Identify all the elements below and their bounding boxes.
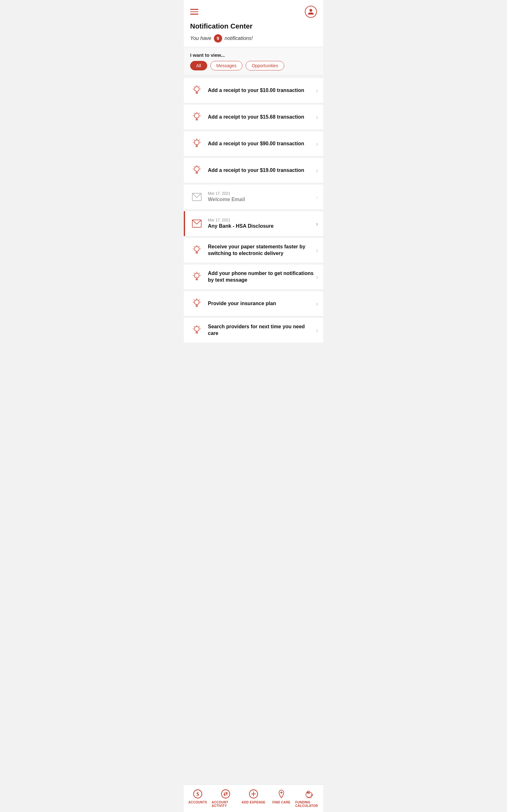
svg-point-0 (194, 87, 199, 91)
menu-button[interactable] (190, 9, 199, 14)
nav-label-find-care: FIND CARE (272, 801, 290, 804)
notification-content: Provide your insurance plan (208, 300, 314, 307)
svg-line-25 (199, 140, 200, 140)
svg-point-56 (194, 300, 199, 305)
chevron-right-icon: › (316, 167, 318, 174)
notification-content: Add a receipt to your $10.00 transaction (208, 87, 314, 94)
notification-text: Welcome Email (208, 196, 314, 203)
nav-label-account-activity: ACCOUNT ACTIVITY (212, 801, 239, 808)
notification-list: Add a receipt to your $10.00 transaction… (184, 75, 323, 784)
bulb-icon (190, 164, 204, 177)
svg-point-47 (194, 273, 199, 278)
find-care-icon (276, 789, 287, 799)
svg-line-86 (307, 797, 307, 798)
svg-line-89 (311, 797, 311, 798)
svg-line-24 (194, 140, 194, 140)
notification-item[interactable]: Add your phone number to get notificatio… (184, 264, 323, 289)
envelope-icon (190, 190, 204, 204)
svg-line-16 (199, 113, 200, 113)
svg-line-71 (194, 326, 194, 327)
notification-text: Provide your insurance plan (208, 300, 314, 307)
notification-item[interactable]: Search providers for next time you need … (184, 318, 323, 343)
nav-item-find-care[interactable]: FIND CARE (268, 787, 295, 809)
notification-content: Add a receipt to your $90.00 transaction (208, 141, 314, 147)
svg-line-45 (199, 246, 200, 247)
filter-label: I want to view... (190, 52, 317, 58)
piggy-icon: $ (304, 789, 315, 799)
summary-suffix: notifications! (225, 36, 253, 41)
chevron-right-icon: › (316, 87, 318, 94)
svg-line-44 (194, 246, 194, 247)
svg-line-33 (194, 166, 194, 167)
bulb-icon (190, 110, 204, 124)
notification-content: Mar 17, 2021 Welcome Email (208, 191, 314, 203)
svg-line-53 (194, 273, 194, 273)
bulb-icon (190, 137, 204, 150)
notification-content: Add a receipt to your $15.68 transaction (208, 114, 314, 120)
chevron-right-icon: › (316, 247, 318, 254)
chevron-right-icon: › (316, 113, 318, 121)
nav-item-account-activity[interactable]: ACCOUNT ACTIVITY (212, 787, 239, 809)
notification-text: Add a receipt to your $90.00 transaction (208, 141, 314, 147)
app-header (184, 0, 323, 21)
bulb-icon (190, 84, 204, 97)
envelope-icon (190, 217, 204, 230)
notification-text: Add a receipt to your $15.68 transaction (208, 114, 314, 120)
svg-line-6 (194, 86, 194, 87)
notification-item[interactable]: Provide your insurance plan › (184, 291, 323, 316)
filter-pill-messages[interactable]: Messages (210, 61, 243, 70)
notification-item[interactable]: Mar 17, 2021 Any Bank - HSA Disclosure › (184, 211, 323, 236)
notification-item[interactable]: Receive your paper statements faster by … (184, 238, 323, 263)
nav-label-accounts: ACCOUNTS (188, 801, 207, 804)
notification-text: Receive your paper statements faster by … (208, 244, 314, 257)
nav-label-add-expense: ADD EXPENSE (242, 801, 266, 804)
svg-point-65 (194, 326, 199, 331)
svg-line-63 (199, 299, 200, 300)
chevron-right-icon: › (316, 194, 318, 201)
notification-item[interactable]: Add a receipt to your $19.00 transaction… (184, 158, 323, 183)
filter-pill-all[interactable]: All (190, 61, 207, 70)
svg-text:$: $ (308, 792, 309, 794)
chevron-right-icon: › (316, 220, 318, 227)
filter-pills: All Messages Opportunities (190, 61, 317, 70)
notification-item[interactable]: Mar 17, 2021 Welcome Email › (184, 185, 323, 209)
svg-text:$: $ (196, 791, 199, 797)
bulb-icon (190, 270, 204, 284)
notification-content: Add a receipt to your $19.00 transaction (208, 167, 314, 174)
notification-text: Add a receipt to your $19.00 transaction (208, 167, 314, 174)
filter-section: I want to view... All Messages Opportuni… (184, 47, 323, 75)
page-title: Notification Center (184, 21, 323, 32)
nav-item-add-expense[interactable]: ADD EXPENSE (239, 787, 268, 809)
svg-line-15 (194, 113, 194, 113)
notification-text: Any Bank - HSA Disclosure (208, 223, 314, 230)
chevron-right-icon: › (316, 300, 318, 307)
svg-line-62 (194, 299, 194, 300)
bulb-icon (190, 297, 204, 310)
notification-content: Receive your paper statements faster by … (208, 244, 314, 257)
notification-content: Search providers for next time you need … (208, 323, 314, 337)
svg-line-7 (199, 86, 200, 87)
notification-text: Add your phone number to get notificatio… (208, 270, 314, 284)
svg-point-38 (194, 247, 199, 251)
svg-point-85 (309, 794, 310, 794)
notification-content: Mar 17, 2021 Any Bank - HSA Disclosure (208, 218, 314, 230)
chevron-right-icon: › (316, 327, 318, 334)
notification-date: Mar 17, 2021 (208, 218, 314, 222)
notification-item[interactable]: Add a receipt to your $15.68 transaction… (184, 105, 323, 130)
notification-content: Add your phone number to get notificatio… (208, 270, 314, 284)
svg-point-9 (194, 113, 199, 118)
dollar-icon: $ (192, 789, 203, 799)
bulb-icon (190, 244, 204, 257)
filter-pill-opportunities[interactable]: Opportunities (245, 61, 284, 70)
svg-line-34 (199, 166, 200, 167)
profile-button[interactable] (305, 6, 317, 18)
notification-text: Add a receipt to your $10.00 transaction (208, 87, 314, 94)
notification-item[interactable]: Add a receipt to your $10.00 transaction… (184, 78, 323, 103)
notification-item[interactable]: Add a receipt to your $90.00 transaction… (184, 131, 323, 156)
svg-point-76 (222, 790, 230, 798)
notification-summary: You have 9 notifications! (184, 32, 323, 47)
chevron-right-icon: › (316, 273, 318, 281)
nav-item-accounts[interactable]: $ ACCOUNTS (184, 787, 212, 809)
notification-count-badge: 9 (214, 34, 222, 43)
nav-item-funding-calculator[interactable]: $ FUNDING CALCULATOR (295, 787, 323, 809)
